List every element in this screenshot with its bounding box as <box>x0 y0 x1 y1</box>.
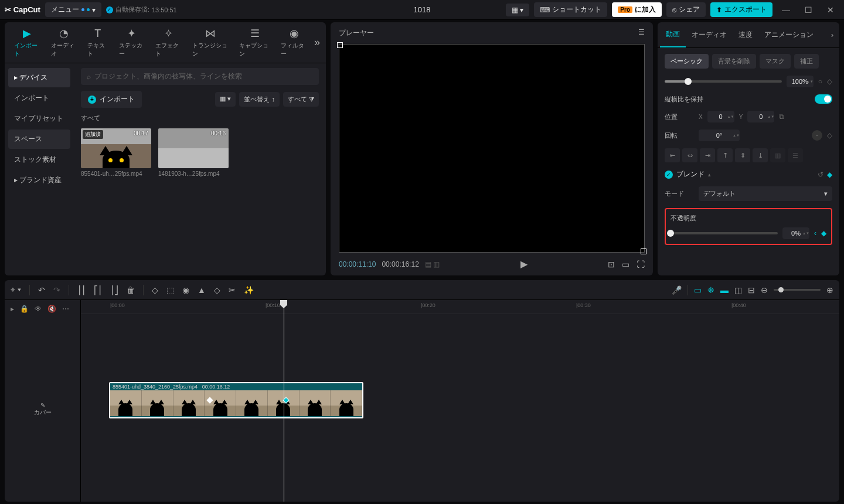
tab-import[interactable]: ▶インポート <box>11 26 44 59</box>
tab-transition[interactable]: ⋈トランジション <box>189 26 232 59</box>
rotation-dial-icon[interactable]: - <box>812 130 822 141</box>
tab-animation[interactable]: アニメーション <box>758 23 819 47</box>
sidebar-item-mypreset[interactable]: マイプリセット <box>8 109 70 128</box>
track-toggle-icon[interactable]: ▸ <box>11 305 14 313</box>
minimize-icon[interactable]: — <box>777 5 795 15</box>
trim-right-icon[interactable]: ⎮⎦ <box>110 285 118 295</box>
blend-mode-select[interactable]: デフォルト▾ <box>699 186 832 201</box>
position-x-input[interactable]: 0▲▼ <box>707 111 734 122</box>
subtab-mask[interactable]: マスク <box>760 54 791 69</box>
marker-icon[interactable]: ◇ <box>152 285 158 295</box>
magnet-icon[interactable]: ⁜ <box>707 285 714 295</box>
subtab-removebg[interactable]: 背景を削除 <box>712 54 756 69</box>
pro-join-button[interactable]: Proに加入 <box>612 2 662 17</box>
sidebar-item-stock[interactable]: ストック素材 <box>8 150 70 169</box>
tab-sticker[interactable]: ✦ステッカー <box>115 26 149 59</box>
opacity-input[interactable]: 0%▲▼ <box>782 227 809 239</box>
track-more-icon[interactable]: ⋯ <box>62 305 69 313</box>
subtab-correct[interactable]: 補正 <box>794 54 819 69</box>
voiceover-icon[interactable]: ▲ <box>198 285 206 295</box>
align-right-icon[interactable]: ⇥ <box>700 148 715 162</box>
mic-icon[interactable]: 🎤 <box>672 285 682 295</box>
collapse-icon[interactable]: ⊟ <box>748 285 755 295</box>
snap-icon[interactable]: ▭ <box>694 285 702 295</box>
shortcut-button[interactable]: ⌨ ショートカット <box>534 2 607 17</box>
tab-filter[interactable]: ◉フィルター <box>277 26 311 59</box>
cursor-tool-icon[interactable]: ⌖ ▾ <box>11 285 21 295</box>
fullscreen-icon[interactable]: ⛶ <box>637 260 645 269</box>
more-tabs-icon[interactable]: » <box>314 36 320 49</box>
sidebar-item-brand[interactable]: ▸ ブランド資産 <box>8 171 70 190</box>
share-button[interactable]: ⎋ シェア <box>666 2 706 17</box>
record-icon[interactable]: ◉ <box>182 285 189 295</box>
aspect-toggle[interactable] <box>815 94 832 104</box>
export-button[interactable]: ⬆ エクスポート <box>710 2 772 17</box>
rotation-input[interactable]: 0°▲▼ <box>699 130 740 141</box>
scale-input[interactable]: 100%▲▼ <box>787 76 814 87</box>
props-more-icon[interactable]: › <box>828 31 837 39</box>
view-split-icon[interactable]: ▤ ▥ <box>425 260 440 268</box>
keyframe-icon[interactable]: ◆ <box>821 229 826 237</box>
align-top-icon[interactable]: ⤒ <box>717 148 733 162</box>
crop-icon[interactable]: ✂ <box>229 285 236 295</box>
media-thumb[interactable]: 追加済 00:17 855401-uh…25fps.mp4 <box>81 128 151 177</box>
keyframe-icon[interactable]: ◇ <box>827 77 832 86</box>
tab-effect[interactable]: ✧エフェクト <box>152 26 185 59</box>
layout-button[interactable]: ▦ ▾ <box>506 4 529 16</box>
zoom-in-icon[interactable]: ⊕ <box>826 285 833 295</box>
ai-icon[interactable]: ✨ <box>244 285 254 295</box>
filter-all-button[interactable]: すべて ⧩ <box>283 92 319 107</box>
tab-audio[interactable]: ◔オーディオ <box>47 26 81 59</box>
menu-button[interactable]: メニュー ▾ <box>45 2 101 17</box>
ratio-icon[interactable]: ▭ <box>622 260 629 269</box>
cover-button[interactable]: ✎ カバー <box>5 400 80 419</box>
align-bottom-icon[interactable]: ⤓ <box>753 148 768 162</box>
delete-icon[interactable]: 🗑 <box>127 285 135 295</box>
view-grid-button[interactable]: ▦ ▾ <box>215 92 236 107</box>
align-left-icon[interactable]: ⇤ <box>665 148 680 162</box>
play-button[interactable]: ▶ <box>520 258 528 270</box>
timeline-ruler[interactable]: |00:00 |00:10 |00:20 |00:30 |00:40 <box>81 300 839 314</box>
tab-speed[interactable]: 速度 <box>733 23 758 47</box>
zoom-out-icon[interactable]: ⊖ <box>761 285 768 295</box>
playhead[interactable] <box>284 300 284 502</box>
tab-audio[interactable]: オーディオ <box>686 23 733 47</box>
timeline-tracks[interactable]: |00:00 |00:10 |00:20 |00:30 |00:40 85540… <box>81 300 839 502</box>
sidebar-item-device[interactable]: ▸ デバイス <box>8 68 70 87</box>
keyframe-icon[interactable]: ◇ <box>827 131 832 139</box>
distribute-h-icon[interactable]: ▥ <box>770 148 785 162</box>
lock-icon[interactable]: 🔒 <box>20 305 29 313</box>
scale-slider[interactable] <box>665 80 782 83</box>
media-thumb[interactable]: 00:16 1481903-h…25fps.mp4 <box>158 128 229 177</box>
zoom-slider[interactable] <box>774 289 821 291</box>
search-input[interactable]: ⌕ プロジェクト、画像内の被写体、ラインを検索 <box>81 68 319 85</box>
redo-icon[interactable]: ↷ <box>53 285 60 295</box>
sort-button[interactable]: 並べ替え ↕ <box>239 92 280 107</box>
crop-select-icon[interactable]: ⬚ <box>166 285 174 295</box>
reset-icon[interactable]: ↺ <box>818 171 823 179</box>
distribute-v-icon[interactable]: ☰ <box>788 148 803 162</box>
reverse-icon[interactable]: ◇ <box>214 285 220 295</box>
subtab-basic[interactable]: ベーシック <box>665 54 709 69</box>
split-icon[interactable]: ⎮⎮ <box>77 285 86 295</box>
sidebar-item-import[interactable]: インポート <box>8 88 70 108</box>
position-y-input[interactable]: 0▲▼ <box>747 111 774 122</box>
tab-video[interactable]: 動画 <box>660 22 686 47</box>
maximize-icon[interactable]: ☐ <box>799 5 817 15</box>
reset-icon[interactable]: ○ <box>818 77 822 86</box>
timeline-clip[interactable]: 855401-uhd_3840_2160_25fps.mp4 00:00:16:… <box>109 382 363 418</box>
check-icon[interactable]: ✓ <box>665 171 673 179</box>
opacity-slider[interactable] <box>671 232 778 234</box>
sidebar-item-space[interactable]: スペース <box>8 130 70 149</box>
mute-icon[interactable]: 🔇 <box>47 305 56 313</box>
link-track-icon[interactable]: ▬ <box>720 285 729 295</box>
player-canvas[interactable] <box>339 44 645 253</box>
link-icon[interactable]: ⧉ <box>779 113 784 121</box>
trim-left-icon[interactable]: ⎡⎮ <box>94 285 102 295</box>
safe-zone-icon[interactable]: ⊡ <box>608 260 615 269</box>
tab-caption[interactable]: ☰キャプション <box>236 26 274 59</box>
player-menu-icon[interactable]: ☰ <box>638 28 645 38</box>
align-hcenter-icon[interactable]: ⇔ <box>682 148 697 162</box>
tab-text[interactable]: Tテキスト <box>84 26 112 59</box>
keyframe-icon[interactable]: ◆ <box>827 171 832 179</box>
